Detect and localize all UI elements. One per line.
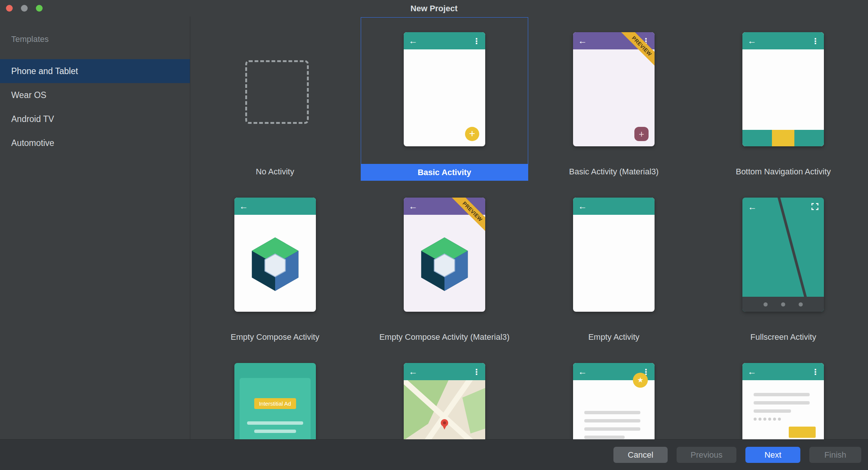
dot: [764, 302, 768, 306]
fab-star-icon: ★: [633, 373, 648, 388]
placeholder-line: [754, 401, 810, 405]
basic-m3-preview: ← ⋮ PREVIEW +: [573, 32, 655, 146]
template-card-admob-ads-activity[interactable]: Interstitial Ad: [190, 348, 360, 439]
template-label: Fullscreen Activity: [699, 332, 868, 342]
empty-activity-preview: ←: [573, 198, 655, 312]
fab-plus-icon: +: [634, 127, 649, 141]
bottom-nav-preview: ← ⋮: [742, 32, 824, 146]
admob-preview: Interstitial Ad: [234, 363, 316, 439]
back-arrow-icon: ←: [747, 36, 756, 45]
kebab-menu-icon: ⋮: [811, 37, 819, 45]
dot: [799, 302, 803, 306]
back-arrow-icon: ←: [239, 202, 248, 211]
fullscreen-preview: ←: [742, 198, 824, 312]
template-label: Empty Compose Activity: [190, 332, 360, 342]
dot: [781, 302, 785, 306]
dot: [763, 418, 766, 421]
map-pin-icon: [441, 419, 448, 427]
diagonal-divider: [742, 198, 824, 312]
interstitial-ad-button: Interstitial Ad: [254, 398, 296, 409]
dot: [758, 418, 761, 421]
placeholder-line: [754, 393, 810, 396]
templates-header: Templates: [0, 16, 190, 59]
template-card-empty-compose-activity-material3[interactable]: ← PREVIEW Empty Compose Activity (Materi…: [360, 183, 529, 348]
sidebar-item-label: Android TV: [11, 114, 54, 124]
template-card-basic-activity[interactable]: ← ⋮ + Basic Activity: [360, 17, 529, 183]
titlebar: New Project: [0, 0, 868, 16]
back-arrow-icon: ←: [747, 367, 756, 376]
device-nav-dots: [764, 302, 803, 306]
dialog-footer: Cancel Previous Next Finish: [0, 439, 868, 470]
password-dots: [754, 418, 781, 421]
fullscreen-expand-icon: [810, 202, 819, 211]
finish-button[interactable]: Finish: [809, 447, 861, 463]
back-arrow-icon: ←: [409, 36, 418, 45]
kebab-menu-icon: ⋮: [811, 368, 819, 376]
template-label: Empty Compose Activity (Material3): [360, 332, 529, 342]
sidebar-item-label: Automotive: [11, 138, 54, 148]
template-card-basic-activity-material3[interactable]: ← ⋮ PREVIEW + Basic Activity (Material3): [529, 17, 699, 183]
sidebar-item-wear-os[interactable]: Wear OS: [0, 83, 190, 107]
back-arrow-icon: ←: [578, 367, 587, 376]
fab-plus-icon: +: [465, 127, 479, 141]
template-label: Bottom Navigation Activity: [699, 167, 868, 177]
dot: [768, 418, 771, 421]
template-card-empty-activity[interactable]: ← Empty Activity: [529, 183, 699, 348]
basic-activity-preview: ← ⋮ +: [404, 32, 485, 146]
template-card-fullscreen-activity[interactable]: ← Fullscreen Activity: [699, 183, 868, 348]
placeholder-line: [584, 436, 625, 439]
next-button[interactable]: Next: [745, 447, 800, 463]
preview-appbar: ← ⋮: [742, 363, 824, 380]
template-card-no-activity[interactable]: No Activity: [190, 17, 360, 183]
bottom-nav-selected-tab: [772, 130, 794, 146]
dot: [773, 418, 776, 421]
preview-appbar: ← ⋮: [742, 32, 824, 49]
template-card-scrolling-activity[interactable]: ← ⋮ ★: [529, 348, 699, 439]
compose-preview: ←: [234, 198, 316, 312]
sidebar-item-phone-and-tablet[interactable]: Phone and Tablet: [0, 59, 190, 83]
selected-template-label: Basic Activity: [361, 164, 528, 181]
sidebar-item-automotive[interactable]: Automotive: [0, 131, 190, 155]
scrolling-preview: ← ⋮ ★: [573, 363, 655, 439]
kebab-menu-icon: ⋮: [473, 37, 480, 45]
placeholder-line: [584, 411, 640, 414]
template-card-login-activity[interactable]: ← ⋮: [699, 348, 868, 439]
sidebar-item-label: Phone and Tablet: [11, 66, 78, 76]
template-card-bottom-navigation-activity[interactable]: ← ⋮ Bottom Navigation Activity: [699, 17, 868, 183]
back-arrow-icon: ←: [578, 36, 587, 45]
template-grid: No Activity ← ⋮ + Basic Activity ← ⋮ PRE…: [190, 16, 868, 439]
kebab-menu-icon: ⋮: [473, 368, 480, 376]
dot: [778, 418, 781, 421]
sidebar-item-label: Wear OS: [11, 90, 46, 100]
back-arrow-icon: ←: [409, 202, 418, 211]
ad-container: Interstitial Ad: [240, 378, 311, 439]
placeholder-line: [254, 430, 296, 433]
template-card-google-maps-activity[interactable]: ← ⋮: [360, 348, 529, 439]
login-submit-button-placeholder: [789, 427, 816, 438]
sidebar: Templates Phone and Tablet Wear OS Andro…: [0, 16, 190, 439]
dot: [754, 418, 757, 421]
template-label: Empty Activity: [529, 332, 699, 342]
placeholder-line: [584, 419, 640, 422]
preview-appbar: ←: [573, 198, 655, 215]
compose-logo-icon: [247, 236, 304, 293]
no-activity-placeholder: [245, 60, 309, 124]
sidebar-item-android-tv[interactable]: Android TV: [0, 107, 190, 131]
placeholder-line: [754, 409, 791, 413]
map-body: [404, 380, 485, 439]
back-arrow-icon: ←: [748, 202, 757, 212]
template-card-empty-compose-activity[interactable]: ← Empty Compose Activity: [190, 183, 360, 348]
placeholder-line: [584, 427, 640, 431]
preview-appbar: ←: [234, 198, 316, 215]
template-label: Basic Activity (Material3): [529, 167, 699, 177]
login-preview: ← ⋮: [742, 363, 824, 439]
placeholder-line: [247, 421, 303, 425]
preview-appbar: ← ⋮: [404, 32, 485, 49]
new-project-dialog: New Project Templates Phone and Tablet W…: [0, 0, 868, 470]
back-arrow-icon: ←: [409, 367, 418, 376]
compose-logo-icon: [416, 236, 473, 293]
cancel-button[interactable]: Cancel: [613, 447, 668, 463]
previous-button[interactable]: Previous: [677, 447, 736, 463]
preview-appbar: ← ⋮: [404, 363, 485, 380]
window-title: New Project: [0, 0, 868, 17]
